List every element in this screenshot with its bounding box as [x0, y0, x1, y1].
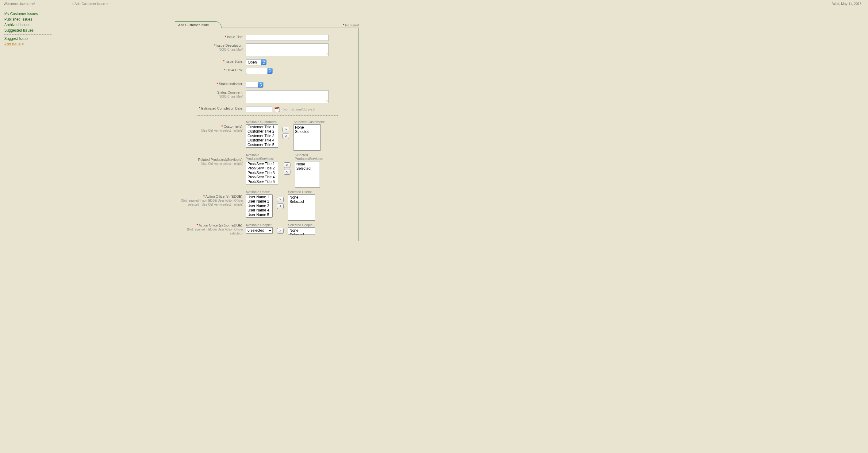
label-status-indicator: Status Indicator:: [219, 82, 244, 86]
label-issue-desc: Issue Description:: [217, 43, 243, 47]
sidebar-item-archived-issues[interactable]: Archived Issues: [4, 22, 58, 28]
sidebar-item-add-issue[interactable]: Add Issue «: [4, 41, 58, 47]
hint-related-ps: (Use Ctrl key to select multiple): [178, 162, 243, 166]
welcome-text: Welcome Username!: [4, 2, 35, 5]
label-issue-title: Issue Title:: [227, 35, 243, 39]
heading-available-people: Available People:: [246, 223, 273, 227]
est-date-input[interactable]: [246, 106, 272, 112]
chevron-updown-icon: [258, 82, 263, 88]
label-issue-state: Issue State:: [225, 60, 243, 63]
label-ao-edge: Action Officer(s) (EDGE):: [206, 194, 243, 198]
heading-available-ps: Available Products/Services:: [246, 153, 279, 160]
sidebar-item-my-customer-issues[interactable]: My Customer Issues: [4, 11, 58, 17]
required-text: Required: [345, 23, 359, 27]
selected-ps-list[interactable]: None Selected: [295, 161, 320, 187]
remove-customer-button[interactable]: <: [282, 133, 289, 139]
chevron-updown-icon: [268, 68, 272, 74]
disa-opr-value: [246, 68, 268, 74]
remove-ps-button[interactable]: <: [284, 169, 290, 175]
required-asterisk-icon: *: [343, 23, 344, 27]
heading-selected-ps: Selected Products/Services:: [295, 153, 329, 160]
sidebar-item-suggest-issue[interactable]: Suggest Issue: [4, 36, 58, 41]
form-tab: Add Customer Issue: [175, 22, 221, 28]
hint-status-comment: (2000 Chars Max): [178, 94, 243, 98]
add-ps-button[interactable]: >: [284, 162, 290, 168]
section-divider: [196, 115, 338, 116]
label-ao-nonedge: Action Officer(s) (non-EDGE):: [199, 223, 243, 227]
add-people-button[interactable]: >: [277, 228, 284, 234]
hint-customers: (Use Ctrl key to select multiple): [178, 129, 243, 132]
available-users-list[interactable]: User Name 1User Name 2User Name 3User Na…: [246, 194, 273, 218]
selected-customers-list[interactable]: None Selected: [293, 124, 320, 151]
label-disa-opr: DISA OPR:: [226, 68, 243, 72]
required-note: * Required: [343, 23, 359, 28]
status-comment-input[interactable]: [246, 90, 329, 103]
selected-people-list[interactable]: None Selected: [288, 228, 315, 235]
label-est-date: Estimated Completion Date:: [201, 107, 243, 110]
sidebar-item-suggested-issues[interactable]: Suggested Issues: [4, 28, 58, 33]
label-related-ps: Related Product(s)/Service(s):: [198, 158, 243, 161]
available-ps-list[interactable]: Prod/Serv Title 1Prod/Serv Title 2Prod/S…: [246, 161, 278, 184]
hint-ao-nonedge: (Not required if EDGE User Action Office…: [178, 228, 243, 235]
label-customers: Customer(s):: [224, 125, 243, 128]
heading-selected-customers: Selected Customers:: [293, 120, 325, 124]
sidebar-divider: [4, 34, 52, 35]
hint-issue-desc: (2000 Chars Max): [178, 48, 243, 52]
header-date: :: Wed, May 11, 2016 ::: [829, 2, 864, 5]
disa-opr-select[interactable]: [246, 68, 273, 74]
issue-title-input[interactable]: [246, 35, 329, 41]
add-customer-button[interactable]: >: [282, 127, 289, 132]
heading-selected-users: Selected Users:: [288, 190, 315, 194]
status-indicator-value: [246, 82, 258, 88]
issue-state-select[interactable]: Open: [246, 59, 267, 65]
chevron-updown-icon: [261, 60, 266, 65]
breadcrumb: :: Add Customer Issue ::: [35, 2, 830, 5]
sidebar-active-label: Add Issue: [4, 42, 21, 46]
issue-state-value: Open: [246, 60, 261, 65]
selected-users-list[interactable]: None Selected: [288, 194, 315, 221]
sidebar-active-marker-icon: «: [22, 42, 24, 46]
date-format-hint: (Format: mm/dd/yyyy): [282, 108, 315, 111]
sidebar-item-published-issues[interactable]: Published Issues: [4, 17, 58, 22]
heading-available-users: Available Users:: [246, 190, 273, 194]
available-customers-list[interactable]: Customer Title 1Customer Title 2Customer…: [246, 124, 278, 148]
heading-available-customers: Available Customers:: [246, 120, 278, 124]
calendar-icon[interactable]: [275, 107, 280, 112]
remove-user-button[interactable]: <: [277, 204, 284, 209]
add-user-button[interactable]: >: [277, 197, 284, 202]
heading-selected-people: Selected People:: [288, 223, 315, 227]
issue-description-input[interactable]: [246, 43, 329, 56]
label-status-comment: Status Comment:: [217, 91, 243, 94]
hint-ao-edge: (Not required if non-EDGE User Action Of…: [178, 199, 243, 207]
available-people-list[interactable]: Input Name 1: [246, 228, 273, 234]
status-indicator-select[interactable]: [246, 82, 264, 88]
